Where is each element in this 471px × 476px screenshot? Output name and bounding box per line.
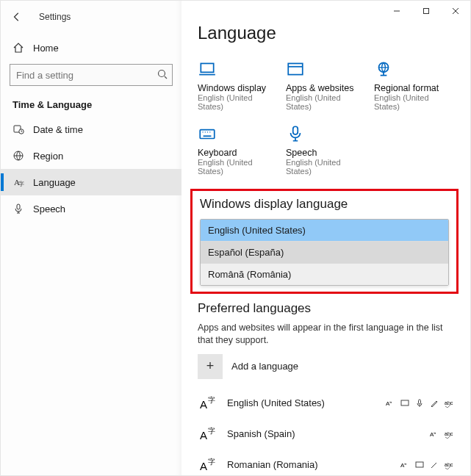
tile-label: Keyboard: [198, 148, 278, 158]
feature-icons: A» abc: [429, 429, 454, 439]
svg-rect-40: [416, 462, 423, 467]
feature-icons: A» abc: [385, 398, 454, 408]
title-bar-left: Settings: [1, 1, 181, 27]
voice-icon: [429, 460, 439, 470]
dropdown-option[interactable]: Română (România): [201, 264, 448, 285]
handwriting-icon: [429, 398, 439, 408]
dropdown-option[interactable]: Español (España): [201, 242, 448, 264]
page-title: Language: [198, 23, 454, 43]
svg-text:字: 字: [208, 427, 215, 435]
back-button[interactable]: [7, 7, 27, 27]
sidebar: Settings Home Time & Language Date & tim…: [1, 1, 181, 475]
search-container: [10, 64, 173, 86]
svg-text:»: »: [434, 430, 436, 435]
search-icon: [157, 68, 168, 80]
nav-speech[interactable]: Speech: [1, 195, 181, 222]
svg-text:字: 字: [208, 396, 215, 404]
tile-sub: English (United States): [198, 158, 278, 176]
preferred-language-item[interactable]: A字 Spanish (Spain) A» abc: [198, 419, 454, 450]
svg-rect-28: [401, 400, 409, 405]
nav-label: Date & time: [33, 124, 83, 135]
svg-rect-17: [200, 130, 215, 139]
svg-text:A: A: [200, 429, 207, 441]
tile-label: Speech: [286, 148, 367, 158]
nav-region[interactable]: Region: [1, 143, 181, 169]
tile-keyboard[interactable]: Keyboard English (United States): [198, 124, 278, 176]
svg-text:abc: abc: [445, 400, 453, 405]
preferred-languages-heading: Preferred languages: [198, 301, 454, 316]
svg-text:abc: abc: [445, 431, 453, 436]
globe-stand-icon: [374, 60, 393, 79]
main-content: Language Windows display English (United…: [181, 1, 470, 475]
maximize-button[interactable]: [411, 1, 441, 21]
close-button[interactable]: [441, 1, 470, 21]
language-name: English (United States): [227, 397, 385, 408]
home-icon: [12, 42, 24, 54]
voice-icon: [414, 398, 425, 408]
settings-window: Settings Home Time & Language Date & tim…: [0, 0, 471, 476]
svg-point-4: [159, 71, 165, 77]
tile-label: Apps & websites: [286, 83, 367, 93]
nav-label: Region: [33, 151, 63, 162]
nav-label: Speech: [33, 203, 65, 214]
category-header: Time & Language: [1, 95, 181, 116]
svg-rect-12: [201, 63, 213, 72]
display-icon: [414, 460, 425, 470]
add-language-button[interactable]: + Add a language: [198, 354, 454, 379]
spell-icon: abc: [444, 429, 454, 439]
svg-text:字: 字: [208, 458, 215, 466]
svg-rect-14: [288, 63, 303, 74]
keyboard-icon: [198, 124, 217, 143]
home-button[interactable]: Home: [1, 35, 181, 61]
tile-sub: English (United States): [286, 158, 367, 176]
tile-speech[interactable]: Speech English (United States): [286, 124, 367, 176]
tts-icon: A»: [400, 460, 410, 470]
svg-rect-23: [293, 126, 298, 134]
svg-rect-29: [419, 400, 421, 404]
svg-text:A: A: [200, 460, 207, 472]
nav-date-time[interactable]: Date & time: [1, 116, 181, 143]
language-glyph-icon: A字: [198, 454, 220, 475]
tts-icon: A»: [385, 398, 395, 408]
svg-line-5: [165, 76, 167, 79]
language-tiles: Windows display English (United States) …: [198, 60, 454, 176]
globe-icon: [12, 150, 24, 162]
dropdown-option-selected[interactable]: English (United States): [201, 220, 448, 242]
preferred-languages-help: Apps and websites will appear in the fir…: [198, 322, 454, 347]
svg-text:»: »: [404, 461, 407, 466]
tile-windows-display[interactable]: Windows display English (United States): [198, 60, 278, 111]
minimize-button[interactable]: [382, 1, 411, 21]
svg-rect-1: [424, 9, 429, 14]
svg-rect-11: [17, 204, 20, 209]
home-label: Home: [33, 43, 59, 54]
window-icon: [286, 60, 305, 79]
microphone-icon: [12, 203, 24, 214]
add-language-label: Add a language: [231, 361, 298, 372]
display-language-dropdown[interactable]: English (United States) Español (España)…: [200, 219, 449, 286]
language-glyph-icon: A字: [198, 392, 220, 414]
nav-language[interactable]: A字 Language: [1, 169, 181, 195]
svg-text:»: »: [389, 400, 392, 404]
clock-date-icon: [12, 123, 24, 135]
spell-icon: abc: [444, 460, 454, 470]
svg-text:A: A: [200, 398, 207, 411]
tile-apps-websites[interactable]: Apps & websites English (United States): [286, 60, 367, 111]
laptop-icon: [198, 60, 217, 79]
display-language-heading: Windows display language: [200, 197, 449, 212]
tile-label: Regional format: [374, 83, 455, 93]
display-icon: [400, 398, 410, 408]
search-input[interactable]: [10, 64, 173, 86]
nav-label: Language: [33, 177, 76, 188]
language-name: Spanish (Spain): [227, 428, 429, 439]
preferred-language-item[interactable]: A字 Romanian (Romania) A» abc: [198, 450, 454, 475]
tile-regional-format[interactable]: Regional format English (United States): [374, 60, 455, 111]
preferred-language-item[interactable]: A字 English (United States) A» abc: [198, 388, 454, 419]
svg-text:字: 字: [18, 181, 24, 187]
plus-icon: +: [198, 354, 223, 379]
feature-icons: A» abc: [400, 460, 454, 470]
window-controls: [382, 1, 470, 21]
tile-sub: English (United States): [198, 93, 278, 111]
spell-icon: abc: [444, 398, 454, 408]
language-a-icon: A字: [12, 176, 24, 188]
microphone-icon: [286, 124, 305, 143]
